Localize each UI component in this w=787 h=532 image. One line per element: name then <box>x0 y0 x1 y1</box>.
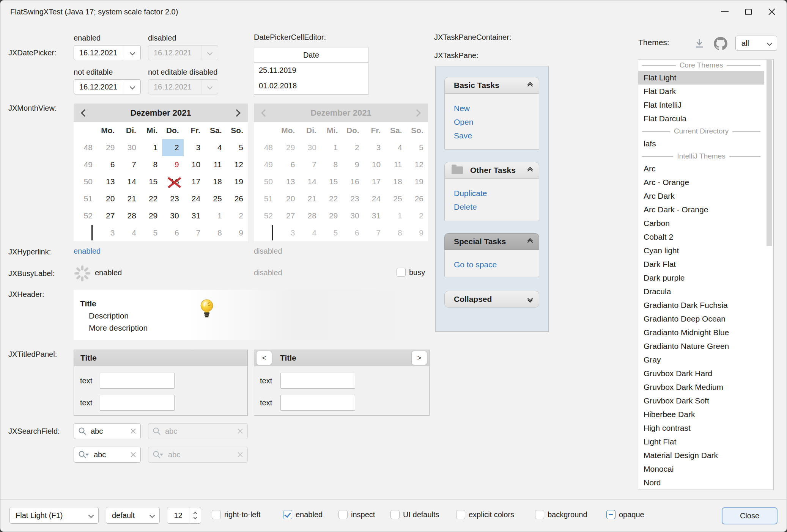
calendar-day[interactable]: 19 <box>227 173 248 190</box>
calendar-day[interactable]: 3 <box>98 224 119 241</box>
calendar-day[interactable]: 10 <box>184 156 205 173</box>
chevron-down-icon[interactable] <box>124 80 140 94</box>
theme-item[interactable]: Gruvbox Dark Medium <box>638 380 764 394</box>
calendar-day[interactable]: 25 <box>205 190 226 207</box>
calendar-day[interactable]: 22 <box>141 190 162 207</box>
theme-item[interactable]: Flat Darcula <box>638 112 764 126</box>
theme-item[interactable]: Flat Light <box>638 71 764 85</box>
calendar-day[interactable]: 15 <box>141 173 162 190</box>
theme-item[interactable]: Arc Dark - Orange <box>638 203 764 217</box>
checkbox[interactable] <box>338 510 348 519</box>
datepicker-enabled[interactable]: 16.12.2021 <box>74 45 141 60</box>
spinner-arrows[interactable] <box>189 507 201 523</box>
calendar-day[interactable]: 26 <box>227 190 248 207</box>
theme-item[interactable]: Arc Dark <box>638 189 764 203</box>
search-field-with-menu[interactable]: abc <box>74 447 141 463</box>
taskpane-header[interactable]: Special Tasks <box>444 233 539 250</box>
theme-item[interactable]: lafs <box>638 137 764 151</box>
calendar-day[interactable]: 31 <box>184 207 205 224</box>
chevron-down-icon[interactable] <box>124 46 140 60</box>
table-row[interactable]: 01.02.2018 <box>254 78 368 94</box>
github-button[interactable] <box>713 36 728 51</box>
calendar-day[interactable]: 23 <box>162 190 183 207</box>
calendar-day[interactable]: 6 <box>98 156 119 173</box>
calendar-day[interactable]: 3 <box>184 139 205 156</box>
calendar-day[interactable]: 6 <box>162 224 183 241</box>
search-field-enabled[interactable]: abc <box>74 423 141 439</box>
calendar-day[interactable]: 4 <box>119 224 140 241</box>
lookandfeel-combo[interactable]: Flat Light (F1) <box>9 507 99 524</box>
taskpane-header[interactable]: Collapsed <box>444 291 539 308</box>
text-field[interactable] <box>100 395 175 411</box>
theme-item[interactable]: Arc <box>638 162 764 176</box>
clear-icon[interactable] <box>130 451 137 458</box>
hyperlink-enabled[interactable]: enabled <box>74 247 101 256</box>
text-field[interactable] <box>100 373 175 389</box>
calendar-day[interactable]: 4 <box>205 139 226 156</box>
taskpane-header[interactable]: Basic Tasks <box>444 77 539 94</box>
calendar-day[interactable]: 17 <box>184 173 205 190</box>
calendar-day[interactable]: 13 <box>98 173 119 190</box>
task-link[interactable]: Go to space <box>454 258 539 271</box>
theme-item[interactable]: Gradianto Nature Green <box>638 339 764 353</box>
theme-item[interactable]: Dark Flat <box>638 257 764 271</box>
checkbox[interactable] <box>390 510 400 519</box>
calendar-day[interactable]: 5 <box>227 139 248 156</box>
calendar-day[interactable]: 16 <box>162 173 183 190</box>
theme-item[interactable]: Gray <box>638 353 764 367</box>
calendar-day[interactable]: 14 <box>119 173 140 190</box>
maximize-button[interactable] <box>737 0 760 23</box>
calendar-day[interactable]: 29 <box>141 207 162 224</box>
theme-item[interactable]: Arc - Orange <box>638 176 764 189</box>
calendar-day[interactable]: 18 <box>205 173 226 190</box>
calendar-day[interactable]: 12 <box>227 156 248 173</box>
calendar-day[interactable]: 9 <box>227 224 248 241</box>
theme-item[interactable]: Gradianto Midnight Blue <box>638 326 764 339</box>
task-link[interactable]: Delete <box>454 200 539 214</box>
calendar-day[interactable]: 2 <box>227 207 248 224</box>
calendar-day[interactable]: 8 <box>205 224 226 241</box>
download-themes-button[interactable] <box>693 37 706 50</box>
close-window-button[interactable] <box>760 0 784 23</box>
clear-icon[interactable] <box>130 428 137 435</box>
checkbox[interactable] <box>283 510 292 519</box>
task-link[interactable]: Duplicate <box>454 187 539 200</box>
calendar-day[interactable]: 29 <box>98 139 119 156</box>
next-button[interactable]: > <box>412 351 427 365</box>
theme-item[interactable]: Carbon <box>638 217 764 230</box>
theme-item[interactable]: Gradianto Dark Fuchsia <box>638 298 764 312</box>
calendar-day[interactable]: 11 <box>205 156 226 173</box>
theme-item[interactable]: Light Flat <box>638 435 764 449</box>
calendar-day[interactable]: 9 <box>162 156 183 173</box>
calendar-day[interactable]: 5 <box>141 224 162 241</box>
theme-item[interactable]: Material Design Dark <box>638 449 764 462</box>
calendar-day[interactable]: 30 <box>119 139 140 156</box>
theme-item[interactable]: Cobalt 2 <box>638 230 764 244</box>
calendar-day[interactable]: 21 <box>119 190 140 207</box>
calendar-day[interactable]: 7 <box>184 224 205 241</box>
theme-item[interactable]: Hiberbee Dark <box>638 408 764 421</box>
expand-icon[interactable] <box>528 297 532 302</box>
scrollbar-thumb[interactable] <box>767 60 772 246</box>
theme-item[interactable]: Gruvbox Dark Hard <box>638 367 764 380</box>
theme-item[interactable]: Gradianto Deep Ocean <box>638 312 764 326</box>
checkbox[interactable] <box>606 510 615 519</box>
font-size-spinner[interactable]: 12 <box>167 507 201 524</box>
theme-item[interactable]: Flat IntelliJ <box>638 98 764 112</box>
calendar-day[interactable]: 27 <box>98 207 119 224</box>
close-button[interactable]: Close <box>722 507 778 524</box>
collapse-icon[interactable] <box>528 239 532 244</box>
theme-item[interactable]: Dracula <box>638 285 764 298</box>
calendar-day[interactable]: 24 <box>184 190 205 207</box>
theme-item[interactable]: Flat Dark <box>638 85 764 98</box>
calendar-day[interactable]: 1 <box>141 139 162 156</box>
theme-item[interactable]: Cyan light <box>638 244 764 257</box>
theme-item[interactable]: Nord <box>638 476 764 490</box>
taskpane-header[interactable]: Other Tasks <box>444 162 539 179</box>
calendar-day[interactable]: 20 <box>98 190 119 207</box>
calendar-day[interactable]: 1 <box>205 207 226 224</box>
calendar-day[interactable]: 2 <box>162 139 183 156</box>
theme-item[interactable]: Gruvbox Dark Soft <box>638 394 764 408</box>
checkbox[interactable] <box>535 510 544 519</box>
datepicker-not-editable[interactable]: 16.12.2021 <box>74 79 141 94</box>
